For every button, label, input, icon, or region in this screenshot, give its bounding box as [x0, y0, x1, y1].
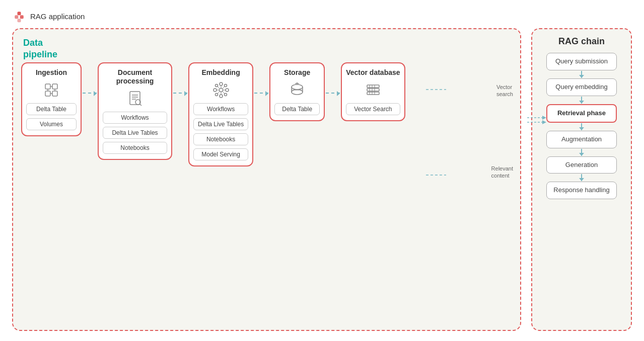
chain-step-retrieval: Retrieval phase — [546, 104, 617, 123]
vector-search-arrow — [527, 110, 547, 125]
embedding-item-4: Model Serving — [193, 148, 248, 160]
chain-arrow-2 — [581, 97, 582, 104]
storage-item-1: Delta Table — [274, 103, 320, 115]
embedding-title: Embedding — [201, 68, 240, 77]
svg-rect-5 — [52, 84, 57, 89]
ingestion-item-1: Delta Table — [26, 103, 77, 115]
svg-line-33 — [218, 91, 220, 94]
header: RAG application — [0, 0, 644, 28]
vector-search-label: Vectorsearch — [496, 83, 513, 98]
ingestion-item-2: Volumes — [26, 118, 77, 130]
data-pipeline-label: Datapipeline — [23, 37, 57, 61]
storage-icon — [287, 80, 307, 100]
doc-item-1: Workflows — [103, 112, 167, 124]
ingestion-icon — [41, 80, 61, 100]
chain-arrow-3 — [581, 123, 582, 130]
arrow-4 — [325, 62, 341, 94]
chain-step-query-submission: Query submission — [546, 53, 617, 70]
svg-point-38 — [292, 90, 303, 95]
doc-processing-title: Document processing — [103, 68, 167, 86]
svg-rect-4 — [45, 84, 50, 89]
svg-rect-3 — [18, 19, 21, 22]
stage-embedding: Embedding — [188, 62, 253, 166]
svg-rect-2 — [18, 12, 21, 15]
rag-logo-icon — [12, 9, 26, 23]
embedding-item-1: Workflows — [193, 103, 248, 115]
stage-document-processing: Document processing Workflows Delta Live… — [98, 62, 172, 160]
svg-point-20 — [220, 95, 223, 98]
chain-step-generation: Generation — [546, 156, 617, 174]
chain-arrow-5 — [581, 174, 582, 181]
doc-item-3: Notebooks — [103, 142, 167, 154]
stage-ingestion: Ingestion Delta Table Volumes — [21, 62, 82, 136]
pipeline-stages: Ingestion Delta Table Volumes — [21, 62, 512, 166]
svg-marker-49 — [542, 116, 546, 120]
svg-line-32 — [222, 87, 225, 89]
svg-marker-51 — [542, 120, 546, 124]
svg-point-35 — [292, 84, 303, 90]
svg-line-31 — [218, 87, 220, 89]
storage-title: Storage — [284, 68, 310, 77]
arrow-3 — [253, 62, 269, 94]
ingestion-title: Ingestion — [36, 68, 67, 77]
data-pipeline-section: Datapipeline Ingestion Delta Table Volum… — [12, 28, 521, 331]
chain-step-query-embedding: Query embedding — [546, 78, 617, 96]
svg-rect-6 — [45, 91, 50, 96]
rag-chain-title: RAG chain — [558, 36, 605, 47]
chain-arrow-1 — [581, 71, 582, 78]
svg-point-18 — [219, 88, 223, 92]
svg-rect-1 — [20, 15, 24, 19]
chain-arrow-4 — [581, 149, 582, 156]
chain-step-response-handling: Response handling — [546, 182, 617, 199]
vector-search-item: Vector Search — [346, 103, 400, 115]
svg-rect-7 — [52, 91, 57, 96]
doc-item-2: Delta Live Tables — [103, 127, 167, 139]
svg-line-17 — [140, 104, 142, 106]
vector-db-title: Vector database — [346, 68, 400, 77]
relevant-content-label: Relevantcontent — [491, 165, 513, 180]
main-container: Datapipeline Ingestion Delta Table Volum… — [0, 28, 644, 339]
vector-db-icon — [363, 80, 383, 100]
svg-rect-40 — [367, 85, 379, 88]
doc-processing-icon — [125, 89, 145, 109]
embedding-item-2: Delta Live Tables — [193, 118, 248, 130]
svg-rect-41 — [367, 89, 379, 91]
rag-chain-section: RAG chain Query submission Query embeddi… — [531, 28, 632, 331]
svg-point-19 — [220, 82, 223, 86]
svg-rect-42 — [367, 92, 379, 95]
app-title: RAG application — [30, 12, 85, 21]
embedding-icon — [211, 80, 231, 100]
svg-point-26 — [224, 93, 227, 96]
svg-point-24 — [224, 84, 227, 87]
retrieval-phase-wrapper: Retrieval phase — [546, 104, 617, 123]
stage-vector-database: Vector database Vector Search — [341, 62, 405, 121]
svg-rect-12 — [130, 92, 140, 105]
embedding-item-3: Notebooks — [193, 133, 248, 145]
relevant-content-arrow — [527, 118, 547, 133]
svg-rect-0 — [15, 15, 18, 19]
svg-point-23 — [215, 84, 218, 87]
svg-point-25 — [215, 93, 218, 96]
svg-point-21 — [213, 89, 217, 92]
svg-line-34 — [222, 91, 225, 94]
arrow-1 — [82, 62, 98, 94]
stage-storage: Storage Delta Table — [269, 62, 325, 121]
svg-point-22 — [226, 89, 229, 92]
arrow-2 — [172, 62, 188, 94]
chain-step-augmentation: Augmentation — [546, 131, 617, 148]
